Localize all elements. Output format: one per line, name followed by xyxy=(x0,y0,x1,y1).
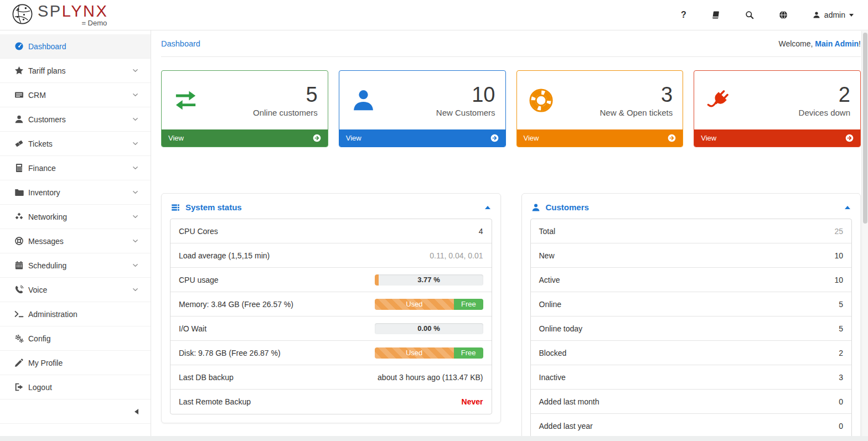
table-row-active: Active10 xyxy=(531,268,852,292)
stat-card-body: 2Devices down xyxy=(694,71,860,129)
collapse-caret-icon[interactable] xyxy=(845,206,850,209)
arrow-circle-right-icon xyxy=(313,134,321,142)
sidebar-item-label: Messages xyxy=(28,237,132,246)
sidebar-item-label: Tickets xyxy=(28,139,132,148)
view-button[interactable]: View xyxy=(162,129,328,147)
sidebar-item-label: Customers xyxy=(28,115,132,124)
life-ring-icon xyxy=(14,236,24,246)
ticket-icon xyxy=(14,139,24,148)
progress-value: 3.77 % xyxy=(375,274,483,286)
view-button-label: View xyxy=(168,134,184,142)
brand-tagline: = Demo xyxy=(38,19,108,27)
stat-value: 10 xyxy=(386,83,495,106)
table-row-disk-9-78-gb-free-26-87: Disk: 9.78 GB (Free 26.87 %)UsedFree xyxy=(170,341,492,365)
row-value: 25 xyxy=(834,227,843,236)
globe-icon[interactable] xyxy=(779,11,788,19)
docs-book-icon[interactable] xyxy=(711,11,720,19)
row-label: Added last year xyxy=(539,422,593,430)
user-icon xyxy=(531,203,540,212)
chevron-down-icon xyxy=(132,287,138,293)
sidebar-item-dashboard[interactable]: Dashboard xyxy=(0,34,151,59)
sidebar-item-label: Administration xyxy=(28,310,138,319)
stat-card-stats: 10New Customers xyxy=(386,83,495,117)
sidebar-item-label: Inventory xyxy=(28,188,132,197)
life-ring-icon xyxy=(14,236,24,246)
sidebar-item-voice[interactable]: Voice xyxy=(0,278,151,302)
row-label: Active xyxy=(539,276,560,284)
sidebar-item-inventory[interactable]: Inventory xyxy=(0,180,151,205)
search-icon[interactable] xyxy=(745,11,754,19)
splynx-globe-icon xyxy=(11,3,34,25)
exchange-icon xyxy=(173,87,199,113)
sidebar-item-customers[interactable]: Customers xyxy=(0,107,151,132)
life-ring-lg-icon xyxy=(528,87,554,113)
dashboard-panels: System status CPU Cores4Load average (1,… xyxy=(161,193,861,441)
arrow-circle-right-icon xyxy=(668,134,676,142)
sidebar-item-administration[interactable]: Administration xyxy=(0,302,151,326)
chevron-down-icon xyxy=(132,214,138,220)
table-row-i-o-wait: I/O Wait0.00 % xyxy=(170,317,492,341)
main-content: Dashboard Welcome, Main Admin! 5Online c… xyxy=(151,30,868,440)
scrollbar-thumb[interactable] xyxy=(863,33,867,224)
app-header: SPLYNX = Demo ? admin xyxy=(0,0,868,30)
sidebar-item-messages[interactable]: Messages xyxy=(0,229,151,253)
chevron-down-icon xyxy=(132,116,138,122)
chevron-down-icon xyxy=(132,165,138,171)
sidebar-item-logout[interactable]: Logout xyxy=(0,375,151,400)
help-icon[interactable]: ? xyxy=(681,10,686,20)
sidebar-item-networking[interactable]: Networking xyxy=(0,205,151,229)
welcome-user-link[interactable]: Main Admin xyxy=(815,39,859,48)
customers-table: Total25New10Active10Online5Online today5… xyxy=(530,219,852,439)
row-label: Last Remote Backup xyxy=(179,397,251,406)
sidebar-item-my-profile[interactable]: My Profile xyxy=(0,351,151,375)
page-scrollbar[interactable] xyxy=(861,31,868,441)
terminal-icon xyxy=(14,309,24,319)
used-segment: Used xyxy=(375,347,454,359)
user-icon xyxy=(813,11,820,19)
sidebar-collapse-button[interactable] xyxy=(0,400,151,424)
progress-bar: 0.00 % xyxy=(375,323,483,334)
view-button[interactable]: View xyxy=(694,129,860,147)
breadcrumb[interactable]: Dashboard xyxy=(161,39,200,48)
row-label: New xyxy=(539,251,555,260)
stat-card-online-customers: 5Online customersView xyxy=(161,70,328,147)
free-segment: Free xyxy=(454,347,483,359)
table-row-added-last-year: Added last year0 xyxy=(531,414,852,438)
sidebar-item-crm[interactable]: CRM xyxy=(0,83,151,107)
sidebar-item-finance[interactable]: Finance xyxy=(0,156,151,180)
collapse-caret-icon[interactable] xyxy=(485,206,490,209)
stat-card-stats: 5Online customers xyxy=(208,83,318,117)
chevron-down-icon xyxy=(132,262,138,268)
plug-icon xyxy=(705,87,741,113)
sidebar-item-scheduling[interactable]: Scheduling xyxy=(0,253,151,278)
table-row-online: Online5 xyxy=(531,292,852,317)
user-icon xyxy=(14,115,24,124)
table-row-inactive: Inactive3 xyxy=(531,365,852,390)
row-value: 10 xyxy=(834,276,843,284)
logout-icon xyxy=(14,382,24,392)
brand-logo[interactable]: SPLYNX = Demo xyxy=(11,3,108,27)
row-value: 0.11, 0.04, 0.01 xyxy=(430,251,483,260)
user-menu[interactable]: admin xyxy=(813,11,854,19)
logout-icon xyxy=(14,382,24,392)
bottom-strip xyxy=(0,436,868,441)
row-value: Never xyxy=(462,397,483,406)
view-button[interactable]: View xyxy=(339,129,505,147)
sidebar-item-tickets[interactable]: Tickets xyxy=(0,132,151,156)
view-button-label: View xyxy=(346,134,361,142)
row-value: 10 xyxy=(834,251,843,260)
plug-icon xyxy=(705,87,731,113)
pencil-icon xyxy=(14,358,24,367)
table-row-last-db-backup: Last DB backupabout 3 hours ago (113.47 … xyxy=(170,365,492,390)
panel-title: System status xyxy=(185,203,479,212)
chevron-down-icon xyxy=(132,92,138,98)
view-button[interactable]: View xyxy=(517,129,683,147)
progress-value: 0.00 % xyxy=(375,323,483,334)
sidebar-item-tariff-plans[interactable]: Tariff plans xyxy=(0,59,151,83)
stat-value: 3 xyxy=(564,83,673,106)
chevron-down-icon xyxy=(132,189,138,195)
sidebar-item-config[interactable]: Config xyxy=(0,326,151,351)
star-icon xyxy=(14,66,24,75)
table-row-new: New10 xyxy=(531,243,852,268)
header-actions: ? admin xyxy=(681,10,854,20)
